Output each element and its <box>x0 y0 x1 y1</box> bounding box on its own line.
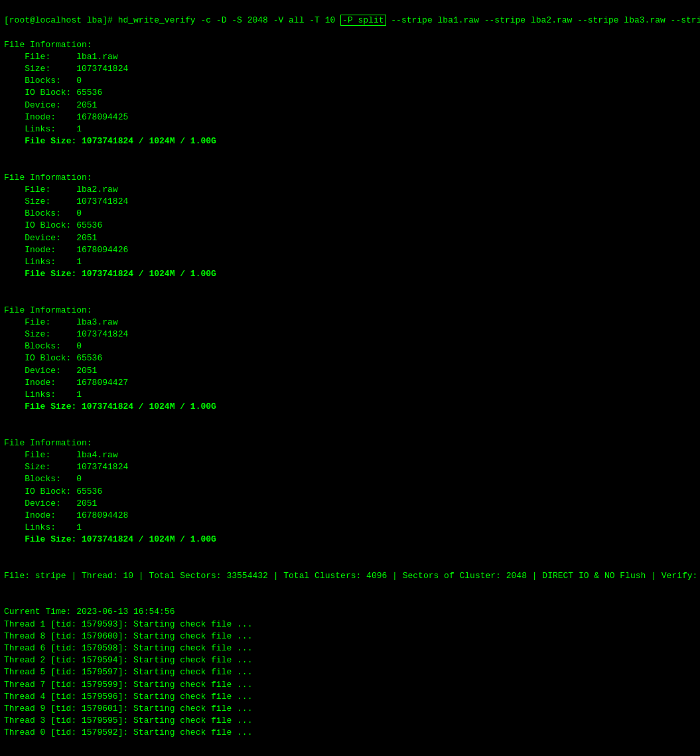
thread-start-line: Thread 5 [tid: 1579597]: Starting check … <box>4 666 696 678</box>
thread-start-line: Thread 9 [tid: 1579601]: Starting check … <box>4 703 696 715</box>
highlight-flag: -P split <box>340 15 385 26</box>
file-info-block: File Information: File: lba4.raw Size: 1… <box>4 425 696 546</box>
file-size-label: File Size: 1073741824 / 1024M / 1.00G <box>25 402 216 412</box>
thread-start-line: Thread 3 [tid: 1579595]: Starting check … <box>4 715 696 727</box>
thread-start-line: Thread 1 [tid: 1579593]: Starting check … <box>4 619 696 631</box>
file-size-label: File Size: 1073741824 / 1024M / 1.00G <box>25 534 216 544</box>
thread-start-line: Thread 4 [tid: 1579596]: Starting check … <box>4 691 696 703</box>
separator-line: ----------------------------------------… <box>4 751 696 756</box>
file-size-label: File Size: 1073741824 / 1024M / 1.00G <box>25 136 216 146</box>
file-info-block: File Information: File: lba3.raw Size: 1… <box>4 293 696 414</box>
command-prompt: [root@localhost lba]# hd_write_verify -c… <box>4 15 340 25</box>
thread-starts-1: Thread 1 [tid: 1579593]: Starting check … <box>4 619 696 739</box>
file-blocks: File Information: File: lba1.raw Size: 1… <box>4 27 696 558</box>
file-size-label: File Size: 1073741824 / 1024M / 1.00G <box>25 269 216 279</box>
thread-start-line: Thread 8 [tid: 1579600]: Starting check … <box>4 631 696 643</box>
file-info-header: File Information: File: lba3.raw Size: 1… <box>4 305 128 412</box>
file-info-block: File Information: File: lba2.raw Size: 1… <box>4 159 696 280</box>
file-info-header: File Information: File: lba4.raw Size: 1… <box>4 438 128 545</box>
file-info-header: File Information: File: lba1.raw Size: 1… <box>4 40 128 147</box>
thread-start-line: Thread 7 [tid: 1579599]: Starting check … <box>4 679 696 691</box>
file-info-block: File Information: File: lba1.raw Size: 1… <box>4 27 696 147</box>
file-info-header: File Information: File: lba2.raw Size: 1… <box>4 173 128 279</box>
thread-start-line: Thread 0 [tid: 1579592]: Starting check … <box>4 727 696 739</box>
terminal-output: [root@localhost lba]# hd_write_verify -c… <box>4 3 696 27</box>
thread-start-line: Thread 2 [tid: 1579594]: Starting check … <box>4 654 696 666</box>
command-rest: --stripe lba1.raw --stripe lba2.raw --st… <box>386 15 700 25</box>
thread-start-line: Thread 6 [tid: 1579598]: Starting check … <box>4 643 696 654</box>
stripe-info-line: File: stripe | Thread: 10 | Total Sector… <box>4 558 696 582</box>
current-time-1: Current Time: 2023-06-13 16:54:56 <box>4 594 696 618</box>
